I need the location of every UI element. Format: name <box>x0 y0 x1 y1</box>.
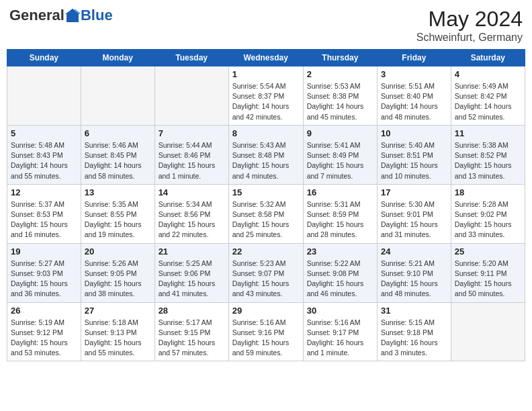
calendar-cell: 16Sunrise: 5:31 AM Sunset: 8:59 PM Dayli… <box>303 184 377 243</box>
day-info: Sunrise: 5:27 AM Sunset: 9:03 PM Dayligh… <box>11 259 77 300</box>
calendar-cell: 8Sunrise: 5:43 AM Sunset: 8:48 PM Daylig… <box>228 125 303 184</box>
day-info: Sunrise: 5:25 AM Sunset: 9:06 PM Dayligh… <box>159 259 225 300</box>
day-info: Sunrise: 5:31 AM Sunset: 8:59 PM Dayligh… <box>307 199 373 240</box>
day-number: 5 <box>11 128 77 138</box>
calendar-cell: 12Sunrise: 5:37 AM Sunset: 8:53 PM Dayli… <box>7 184 81 243</box>
day-info: Sunrise: 5:43 AM Sunset: 8:48 PM Dayligh… <box>232 140 300 181</box>
weekday-header-sunday: Sunday <box>7 50 81 66</box>
calendar-cell: 11Sunrise: 5:38 AM Sunset: 8:52 PM Dayli… <box>451 125 525 184</box>
calendar-cell: 20Sunrise: 5:26 AM Sunset: 9:05 PM Dayli… <box>81 243 154 302</box>
calendar-cell: 2Sunrise: 5:53 AM Sunset: 8:38 PM Daylig… <box>303 66 377 126</box>
day-info: Sunrise: 5:26 AM Sunset: 9:05 PM Dayligh… <box>85 259 151 300</box>
day-info: Sunrise: 5:28 AM Sunset: 9:02 PM Dayligh… <box>455 199 521 240</box>
weekday-header-monday: Monday <box>81 50 154 66</box>
calendar-week-row: 5Sunrise: 5:48 AM Sunset: 8:43 PM Daylig… <box>7 125 525 184</box>
calendar-cell <box>7 66 81 126</box>
day-number: 24 <box>381 246 447 257</box>
day-number: 27 <box>85 306 151 316</box>
logo-blue-text: Blue <box>81 7 113 24</box>
day-info: Sunrise: 5:21 AM Sunset: 9:10 PM Dayligh… <box>381 259 447 300</box>
day-info: Sunrise: 5:16 AM Sunset: 9:16 PM Dayligh… <box>232 318 300 359</box>
calendar-cell: 24Sunrise: 5:21 AM Sunset: 9:10 PM Dayli… <box>378 243 451 302</box>
day-info: Sunrise: 5:44 AM Sunset: 8:46 PM Dayligh… <box>159 140 225 181</box>
day-info: Sunrise: 5:22 AM Sunset: 9:08 PM Dayligh… <box>307 259 373 300</box>
calendar-cell: 14Sunrise: 5:34 AM Sunset: 8:56 PM Dayli… <box>154 184 228 243</box>
calendar-week-row: 19Sunrise: 5:27 AM Sunset: 9:03 PM Dayli… <box>7 243 525 302</box>
day-number: 28 <box>159 306 225 316</box>
month-title: May 2024 <box>416 7 523 32</box>
day-number: 20 <box>85 246 151 257</box>
calendar-table: SundayMondayTuesdayWednesdayThursdayFrid… <box>7 49 525 361</box>
day-number: 15 <box>232 187 300 197</box>
day-info: Sunrise: 5:23 AM Sunset: 9:07 PM Dayligh… <box>232 259 300 300</box>
location-title: Schweinfurt, Germany <box>416 32 523 44</box>
day-info: Sunrise: 5:19 AM Sunset: 9:12 PM Dayligh… <box>11 318 77 359</box>
day-number: 13 <box>85 187 151 197</box>
day-number: 1 <box>232 69 300 79</box>
calendar-cell: 28Sunrise: 5:17 AM Sunset: 9:15 PM Dayli… <box>154 302 228 361</box>
day-info: Sunrise: 5:20 AM Sunset: 9:11 PM Dayligh… <box>455 259 521 300</box>
calendar-cell: 26Sunrise: 5:19 AM Sunset: 9:12 PM Dayli… <box>7 302 81 361</box>
day-info: Sunrise: 5:40 AM Sunset: 8:51 PM Dayligh… <box>381 140 447 181</box>
calendar-cell: 18Sunrise: 5:28 AM Sunset: 9:02 PM Dayli… <box>451 184 525 243</box>
calendar-cell: 13Sunrise: 5:35 AM Sunset: 8:55 PM Dayli… <box>81 184 154 243</box>
calendar-cell: 21Sunrise: 5:25 AM Sunset: 9:06 PM Dayli… <box>154 243 228 302</box>
weekday-header-row: SundayMondayTuesdayWednesdayThursdayFrid… <box>7 50 525 66</box>
calendar-cell: 23Sunrise: 5:22 AM Sunset: 9:08 PM Dayli… <box>303 243 377 302</box>
calendar-cell: 1Sunrise: 5:54 AM Sunset: 8:37 PM Daylig… <box>228 66 303 126</box>
calendar-cell: 17Sunrise: 5:30 AM Sunset: 9:01 PM Dayli… <box>378 184 451 243</box>
calendar-cell: 27Sunrise: 5:18 AM Sunset: 9:13 PM Dayli… <box>81 302 154 361</box>
calendar-cell: 15Sunrise: 5:32 AM Sunset: 8:58 PM Dayli… <box>228 184 303 243</box>
day-info: Sunrise: 5:18 AM Sunset: 9:13 PM Dayligh… <box>85 318 151 359</box>
day-number: 19 <box>11 246 77 257</box>
day-number: 7 <box>159 128 225 138</box>
day-info: Sunrise: 5:49 AM Sunset: 8:42 PM Dayligh… <box>455 81 521 122</box>
calendar-week-row: 1Sunrise: 5:54 AM Sunset: 8:37 PM Daylig… <box>7 66 525 126</box>
day-info: Sunrise: 5:48 AM Sunset: 8:43 PM Dayligh… <box>11 140 77 181</box>
day-number: 6 <box>85 128 151 138</box>
day-number: 31 <box>381 306 447 316</box>
day-number: 29 <box>232 306 300 316</box>
day-number: 2 <box>307 69 373 79</box>
calendar-cell <box>451 302 525 361</box>
day-number: 22 <box>232 246 300 257</box>
calendar-cell: 10Sunrise: 5:40 AM Sunset: 8:51 PM Dayli… <box>378 125 451 184</box>
day-info: Sunrise: 5:16 AM Sunset: 9:17 PM Dayligh… <box>307 318 373 359</box>
day-number: 10 <box>381 128 447 138</box>
day-number: 30 <box>307 306 373 316</box>
calendar-cell: 7Sunrise: 5:44 AM Sunset: 8:46 PM Daylig… <box>154 125 228 184</box>
day-info: Sunrise: 5:41 AM Sunset: 8:49 PM Dayligh… <box>307 140 373 181</box>
day-number: 23 <box>307 246 373 257</box>
day-number: 25 <box>455 246 521 257</box>
day-info: Sunrise: 5:46 AM Sunset: 8:45 PM Dayligh… <box>85 140 151 181</box>
day-info: Sunrise: 5:35 AM Sunset: 8:55 PM Dayligh… <box>85 199 151 240</box>
day-info: Sunrise: 5:38 AM Sunset: 8:52 PM Dayligh… <box>455 140 521 181</box>
calendar-cell: 30Sunrise: 5:16 AM Sunset: 9:17 PM Dayli… <box>303 302 377 361</box>
weekday-header-thursday: Thursday <box>303 50 377 66</box>
day-number: 12 <box>11 187 77 197</box>
logo: General Blue <box>9 7 113 24</box>
calendar-cell <box>81 66 154 126</box>
day-number: 26 <box>11 306 77 316</box>
calendar-cell: 31Sunrise: 5:15 AM Sunset: 9:18 PM Dayli… <box>378 302 451 361</box>
day-number: 14 <box>159 187 225 197</box>
day-number: 16 <box>307 187 373 197</box>
day-number: 3 <box>381 69 447 79</box>
day-info: Sunrise: 5:15 AM Sunset: 9:18 PM Dayligh… <box>381 318 447 359</box>
calendar-cell: 3Sunrise: 5:51 AM Sunset: 8:40 PM Daylig… <box>378 66 451 126</box>
logo-icon <box>65 7 80 24</box>
day-number: 18 <box>455 187 521 197</box>
day-info: Sunrise: 5:51 AM Sunset: 8:40 PM Dayligh… <box>381 81 447 122</box>
weekday-header-friday: Friday <box>378 50 451 66</box>
day-number: 17 <box>381 187 447 197</box>
day-number: 21 <box>159 246 225 257</box>
calendar-cell <box>154 66 228 126</box>
calendar-cell: 5Sunrise: 5:48 AM Sunset: 8:43 PM Daylig… <box>7 125 81 184</box>
weekday-header-wednesday: Wednesday <box>228 50 303 66</box>
day-info: Sunrise: 5:17 AM Sunset: 9:15 PM Dayligh… <box>159 318 225 359</box>
title-block: May 2024 Schweinfurt, Germany <box>416 7 523 44</box>
calendar-cell: 6Sunrise: 5:46 AM Sunset: 8:45 PM Daylig… <box>81 125 154 184</box>
day-info: Sunrise: 5:54 AM Sunset: 8:37 PM Dayligh… <box>232 81 300 122</box>
day-info: Sunrise: 5:34 AM Sunset: 8:56 PM Dayligh… <box>159 199 225 240</box>
calendar-cell: 29Sunrise: 5:16 AM Sunset: 9:16 PM Dayli… <box>228 302 303 361</box>
